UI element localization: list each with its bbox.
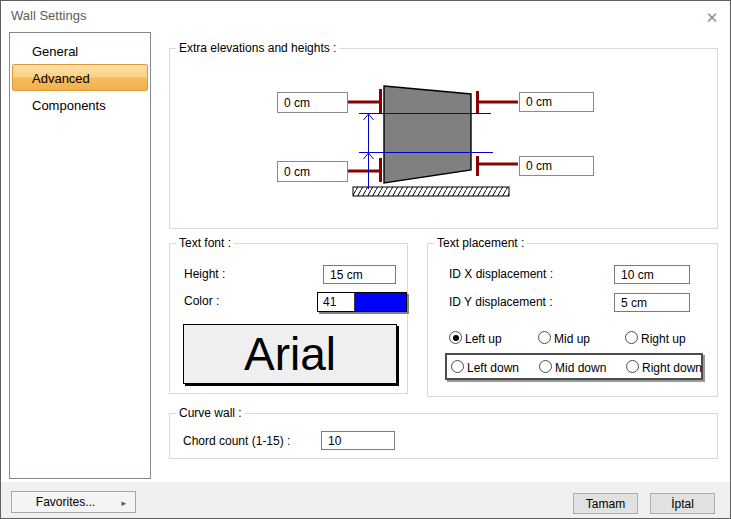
id-y-displacement-input[interactable] <box>614 293 690 312</box>
cancel-button[interactable]: İptal <box>650 493 715 514</box>
radio-left-down-label: Left down <box>467 361 519 375</box>
elevation-top-left-input[interactable] <box>277 92 348 113</box>
ok-button-label: Tamam <box>586 497 625 511</box>
color-label: Color : <box>184 294 219 308</box>
group-legend: Text font : <box>176 236 234 250</box>
id-x-displacement-input[interactable] <box>614 265 690 284</box>
radio-mid-down[interactable] <box>539 360 552 373</box>
sidebar-item-label: Components <box>32 98 106 113</box>
radio-mid-up[interactable] <box>538 331 551 344</box>
sidebar-item-components[interactable]: Components <box>12 91 148 118</box>
group-legend: Text placement : <box>434 236 527 250</box>
wall-settings-dialog: Wall Settings ✕ General Advanced Compone… <box>0 0 731 519</box>
window-title: Wall Settings <box>11 8 86 23</box>
close-icon[interactable]: ✕ <box>698 5 726 30</box>
elevation-bottom-left-input[interactable] <box>277 161 348 182</box>
radio-left-up-label: Left up <box>465 332 502 346</box>
elevation-bottom-right-input[interactable] <box>519 156 594 176</box>
title-bar: Wall Settings ✕ <box>1 1 730 31</box>
radio-right-down[interactable] <box>626 360 639 373</box>
chord-count-label: Chord count (1-15) : <box>183 434 290 448</box>
radio-mid-down-label: Mid down <box>555 361 606 375</box>
favorites-label: Favorites... <box>36 495 95 509</box>
chord-count-input[interactable] <box>321 431 395 450</box>
id-y-displacement-label: ID Y displacement : <box>449 295 553 309</box>
font-preview-button[interactable]: Arial <box>183 324 397 384</box>
radio-right-up-label: Right up <box>641 332 686 346</box>
sidebar-item-general[interactable]: General <box>12 37 148 64</box>
sidebar-item-label: General <box>32 44 78 59</box>
cancel-button-label: İptal <box>671 497 694 511</box>
group-legend: Extra elevations and heights : <box>176 41 339 55</box>
radio-left-down[interactable] <box>451 360 464 373</box>
group-legend: Curve wall : <box>176 406 245 420</box>
color-number: 41 <box>318 293 355 311</box>
ok-button[interactable]: Tamam <box>573 493 638 514</box>
font-height-input[interactable] <box>323 265 396 284</box>
color-picker-button[interactable]: 41 <box>317 292 407 312</box>
wall-shape <box>384 86 471 183</box>
category-list: General Advanced Components <box>9 32 151 479</box>
sidebar-item-advanced[interactable]: Advanced <box>12 64 148 91</box>
ground-hatch <box>353 187 509 196</box>
radio-mid-up-label: Mid up <box>554 332 590 346</box>
color-swatch <box>355 293 406 311</box>
radio-left-up[interactable] <box>449 331 462 344</box>
font-preview-label: Arial <box>244 331 336 377</box>
footer-bar: Favorites... ▸ Tamam İptal <box>1 482 730 519</box>
radio-right-down-label: Right down <box>642 361 702 375</box>
height-label: Height : <box>184 267 225 281</box>
sidebar-item-label: Advanced <box>32 71 90 86</box>
radio-right-up[interactable] <box>625 331 638 344</box>
elevation-top-right-input[interactable] <box>519 92 594 112</box>
menu-arrow-icon: ▸ <box>121 498 126 508</box>
favorites-button[interactable]: Favorites... ▸ <box>11 491 136 513</box>
id-x-displacement-label: ID X displacement : <box>449 267 553 281</box>
